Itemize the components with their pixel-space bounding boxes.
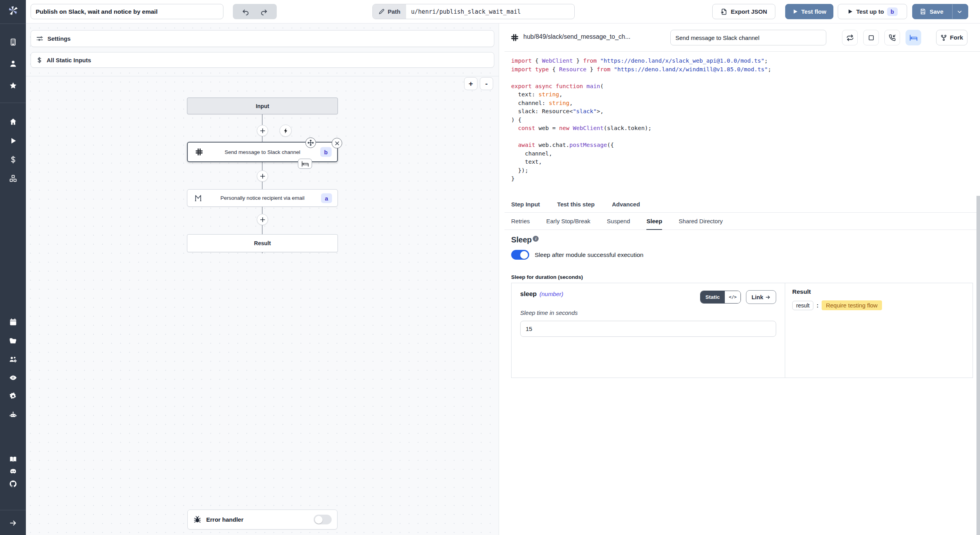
error-handler-node[interactable]: Error handler: [187, 510, 338, 530]
delete-step-button[interactable]: [332, 138, 342, 148]
code-line: ) {: [511, 116, 980, 125]
script-path[interactable]: hub/849/slack/send_message_to_ch...: [523, 33, 630, 40]
audit-eye-icon[interactable]: [9, 373, 17, 382]
home-icon[interactable]: [9, 117, 17, 126]
field-title: sleep(number): [520, 290, 563, 298]
slack-icon: [194, 147, 204, 157]
save-dropdown-button[interactable]: [952, 4, 967, 19]
path-label: Path: [388, 8, 401, 15]
flow-settings-bar[interactable]: Settings: [31, 30, 494, 47]
groups-users-icon[interactable]: [9, 355, 17, 363]
test-up-to-label: Test up to: [856, 8, 884, 15]
graph-top-border: [26, 76, 499, 76]
step-tabs: Step InputTest this stepAdvanced: [505, 196, 980, 213]
tab-test-this-step[interactable]: Test this step: [557, 201, 595, 208]
folders-icon[interactable]: [9, 336, 17, 345]
fork-label: Fork: [950, 34, 963, 41]
bolt-icon: [283, 128, 289, 134]
result-colon: :: [817, 302, 818, 309]
code-line: channel: string,: [511, 99, 980, 108]
export-json-button[interactable]: Export JSON: [712, 4, 775, 19]
git-fork-icon: [940, 34, 947, 41]
slack-node-label: Send message to Slack channel: [225, 149, 300, 155]
workers-robot-icon[interactable]: [9, 410, 17, 419]
topbar: Path u/henri/publish_slack_wait_mail Exp…: [26, 0, 980, 23]
move-icon: [307, 139, 314, 146]
settings-label: Settings: [47, 35, 71, 42]
move-step-handle[interactable]: [305, 137, 316, 148]
user-icon[interactable]: [9, 59, 17, 68]
test-flow-button[interactable]: Test flow: [785, 4, 833, 19]
retries-button[interactable]: [842, 30, 858, 45]
result-title: Result: [792, 288, 965, 295]
variables-dollar-icon[interactable]: [9, 155, 17, 164]
zoom-in-button[interactable]: +: [464, 77, 477, 90]
discord-icon[interactable]: [9, 467, 17, 475]
expand-arrow-icon[interactable]: [9, 519, 17, 527]
save-button[interactable]: Save: [912, 4, 968, 19]
sidebar-divider: [0, 103, 26, 103]
docs-book-icon[interactable]: [9, 455, 17, 463]
resources-cubes-icon[interactable]: [9, 174, 17, 183]
star-icon[interactable]: [9, 81, 17, 90]
code-editor[interactable]: import { WebClient } from "https://deno.…: [505, 52, 980, 196]
flow-canvas[interactable]: Settings All Static Inputs + - Input Sen…: [26, 23, 499, 535]
flow-node-email[interactable]: Personally notice recipient via email a: [187, 189, 338, 207]
sleep-button-active[interactable]: [906, 30, 921, 45]
tab-advanced[interactable]: Advanced: [612, 201, 640, 208]
schedules-calendar-icon[interactable]: [9, 318, 17, 326]
zoom-out-button[interactable]: -: [480, 77, 493, 90]
input-node-label: Input: [256, 103, 269, 109]
insert-step-button[interactable]: [257, 125, 268, 136]
suspend-button[interactable]: [884, 30, 900, 45]
sleep-heading: Sleep: [511, 235, 532, 244]
github-icon[interactable]: [9, 479, 17, 488]
bed-icon: [909, 34, 918, 41]
flow-title-input[interactable]: [31, 4, 223, 19]
static-code-segmented-control: Static </>: [700, 291, 741, 304]
test-up-to-button[interactable]: Test up to b: [838, 4, 907, 19]
close-icon: [334, 141, 340, 146]
code-line: [511, 133, 980, 141]
sleep-toggle[interactable]: [511, 250, 529, 260]
code-segment[interactable]: </>: [725, 291, 740, 303]
subtab-retries[interactable]: Retries: [511, 213, 530, 230]
stop-square-icon: [867, 34, 875, 42]
windmill-logo-icon[interactable]: [7, 5, 19, 17]
all-static-inputs-bar[interactable]: All Static Inputs: [31, 52, 494, 68]
insert-step-button[interactable]: [257, 170, 268, 182]
runs-play-icon[interactable]: [9, 136, 17, 145]
sleep-indicator-chip[interactable]: [298, 159, 312, 169]
subtab-shared-directory[interactable]: Shared Directory: [679, 213, 723, 230]
tab-step-input[interactable]: Step Input: [511, 201, 540, 208]
info-icon[interactable]: i: [533, 236, 539, 242]
trigger-bolt-button[interactable]: [279, 125, 292, 137]
step-summary-input[interactable]: [670, 30, 826, 45]
static-segment[interactable]: Static: [701, 291, 725, 303]
insert-step-button[interactable]: [257, 214, 268, 225]
subtab-sleep[interactable]: Sleep: [646, 213, 662, 230]
link-button[interactable]: Link: [746, 290, 776, 304]
early-stop-button[interactable]: [863, 30, 879, 45]
panel-scrollbar[interactable]: [976, 196, 980, 535]
plus-icon: [260, 128, 266, 134]
error-handler-toggle[interactable]: [314, 515, 332, 524]
play-icon: [792, 9, 798, 14]
path-edit-button[interactable]: Path: [373, 4, 406, 19]
result-key-chip[interactable]: result: [792, 301, 813, 310]
settings-gear-icon[interactable]: [9, 392, 17, 400]
workspace-building-icon[interactable]: [9, 38, 17, 46]
sleep-seconds-input[interactable]: [520, 321, 776, 337]
redo-button[interactable]: [258, 6, 270, 18]
flow-node-result[interactable]: Result: [187, 234, 338, 252]
fork-button[interactable]: Fork: [936, 30, 967, 45]
code-line: text,: [511, 158, 980, 166]
arrow-right-icon: [765, 295, 771, 300]
flow-node-input[interactable]: Input: [187, 98, 338, 114]
save-icon: [920, 8, 926, 15]
undo-button[interactable]: [240, 6, 252, 18]
subtab-suspend[interactable]: Suspend: [607, 213, 630, 230]
path-value[interactable]: u/henri/publish_slack_wait_mail: [406, 4, 526, 19]
subtab-early-stop-break[interactable]: Early Stop/Break: [546, 213, 591, 230]
sleep-duration-label: Sleep for duration (seconds): [511, 274, 583, 280]
